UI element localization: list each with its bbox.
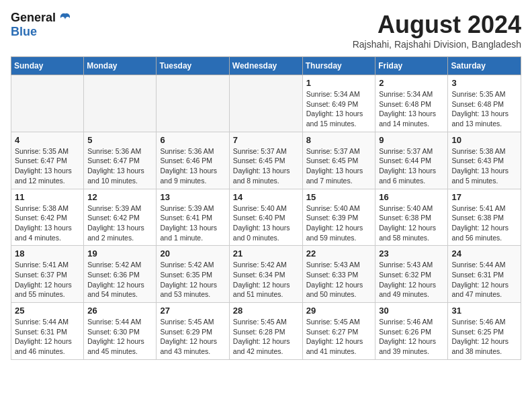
day-number: 31 (451, 306, 517, 316)
day-info: Sunrise: 5:34 AM Sunset: 6:48 PM Dayligh… (379, 89, 444, 129)
day-info: Sunrise: 5:46 AM Sunset: 6:25 PM Dayligh… (451, 317, 517, 357)
calendar-day-cell (11, 75, 84, 132)
day-info: Sunrise: 5:37 AM Sunset: 6:45 PM Dayligh… (233, 146, 299, 186)
day-number: 30 (379, 306, 444, 316)
day-info: Sunrise: 5:37 AM Sunset: 6:45 PM Dayligh… (306, 146, 372, 186)
calendar-day-cell (157, 75, 229, 132)
day-number: 7 (233, 135, 299, 145)
calendar-day-cell: 11Sunrise: 5:38 AM Sunset: 6:42 PM Dayli… (11, 189, 84, 246)
day-number: 20 (160, 248, 225, 259)
calendar-week-row: 1Sunrise: 5:34 AM Sunset: 6:49 PM Daylig… (11, 75, 521, 132)
weekday-header: Monday (84, 57, 157, 75)
calendar-day-cell (229, 75, 302, 132)
day-info: Sunrise: 5:43 AM Sunset: 6:33 PM Dayligh… (306, 260, 372, 300)
day-info: Sunrise: 5:42 AM Sunset: 6:36 PM Dayligh… (87, 260, 152, 300)
calendar-day-cell: 23Sunrise: 5:43 AM Sunset: 6:32 PM Dayli… (375, 246, 448, 303)
calendar-day-cell: 16Sunrise: 5:40 AM Sunset: 6:38 PM Dayli… (375, 189, 448, 246)
day-number: 13 (160, 192, 225, 202)
day-info: Sunrise: 5:35 AM Sunset: 6:47 PM Dayligh… (15, 146, 80, 186)
logo-general-text: General (11, 11, 56, 25)
day-info: Sunrise: 5:45 AM Sunset: 6:29 PM Dayligh… (160, 317, 225, 357)
calendar-day-cell: 6Sunrise: 5:36 AM Sunset: 6:46 PM Daylig… (157, 132, 229, 189)
day-number: 10 (451, 135, 517, 145)
day-info: Sunrise: 5:34 AM Sunset: 6:49 PM Dayligh… (306, 89, 372, 129)
calendar-day-cell: 27Sunrise: 5:45 AM Sunset: 6:29 PM Dayli… (157, 303, 229, 360)
calendar-day-cell: 18Sunrise: 5:41 AM Sunset: 6:37 PM Dayli… (11, 246, 84, 303)
day-number: 18 (15, 248, 80, 259)
day-info: Sunrise: 5:36 AM Sunset: 6:47 PM Dayligh… (87, 146, 152, 186)
page-header: General Blue August 2024 Rajshahi, Rajsh… (11, 11, 521, 50)
day-number: 17 (451, 192, 517, 202)
day-info: Sunrise: 5:40 AM Sunset: 6:39 PM Dayligh… (306, 203, 372, 243)
calendar-week-row: 25Sunrise: 5:44 AM Sunset: 6:31 PM Dayli… (11, 303, 521, 360)
calendar-day-cell: 3Sunrise: 5:35 AM Sunset: 6:48 PM Daylig… (448, 75, 521, 132)
day-info: Sunrise: 5:36 AM Sunset: 6:46 PM Dayligh… (160, 146, 225, 186)
day-info: Sunrise: 5:41 AM Sunset: 6:37 PM Dayligh… (15, 260, 80, 300)
weekday-header: Tuesday (157, 57, 229, 75)
day-info: Sunrise: 5:38 AM Sunset: 6:42 PM Dayligh… (15, 203, 80, 243)
calendar-day-cell: 15Sunrise: 5:40 AM Sunset: 6:39 PM Dayli… (302, 189, 375, 246)
logo: General Blue (11, 11, 72, 39)
calendar-day-cell: 10Sunrise: 5:38 AM Sunset: 6:43 PM Dayli… (448, 132, 521, 189)
day-number: 15 (306, 192, 372, 202)
day-number: 23 (379, 248, 444, 259)
day-number: 9 (379, 135, 444, 145)
logo-blue-text: Blue (11, 25, 37, 39)
day-info: Sunrise: 5:42 AM Sunset: 6:35 PM Dayligh… (160, 260, 225, 300)
calendar-day-cell: 20Sunrise: 5:42 AM Sunset: 6:35 PM Dayli… (157, 246, 229, 303)
day-number: 6 (160, 135, 225, 145)
day-info: Sunrise: 5:42 AM Sunset: 6:34 PM Dayligh… (233, 260, 299, 300)
calendar-table: SundayMondayTuesdayWednesdayThursdayFrid… (11, 56, 521, 360)
day-number: 29 (306, 306, 372, 316)
day-number: 12 (87, 192, 152, 202)
calendar-day-cell: 4Sunrise: 5:35 AM Sunset: 6:47 PM Daylig… (11, 132, 84, 189)
day-number: 25 (15, 306, 80, 316)
title-area: August 2024 Rajshahi, Rajshahi Division,… (353, 11, 521, 50)
location-text: Rajshahi, Rajshahi Division, Bangladesh (353, 39, 521, 50)
day-number: 4 (15, 135, 80, 145)
calendar-day-cell: 7Sunrise: 5:37 AM Sunset: 6:45 PM Daylig… (229, 132, 302, 189)
day-info: Sunrise: 5:43 AM Sunset: 6:32 PM Dayligh… (379, 260, 444, 300)
day-number: 2 (379, 78, 444, 88)
calendar-day-cell: 9Sunrise: 5:37 AM Sunset: 6:44 PM Daylig… (375, 132, 448, 189)
day-number: 11 (15, 192, 80, 202)
day-number: 22 (306, 248, 372, 259)
weekday-header-row: SundayMondayTuesdayWednesdayThursdayFrid… (11, 57, 521, 75)
day-number: 8 (306, 135, 372, 145)
calendar-day-cell: 24Sunrise: 5:44 AM Sunset: 6:31 PM Dayli… (448, 246, 521, 303)
calendar-day-cell: 29Sunrise: 5:45 AM Sunset: 6:27 PM Dayli… (302, 303, 375, 360)
calendar-day-cell: 1Sunrise: 5:34 AM Sunset: 6:49 PM Daylig… (302, 75, 375, 132)
weekday-header: Saturday (448, 57, 521, 75)
weekday-header: Sunday (11, 57, 84, 75)
calendar-day-cell: 25Sunrise: 5:44 AM Sunset: 6:31 PM Dayli… (11, 303, 84, 360)
day-info: Sunrise: 5:46 AM Sunset: 6:26 PM Dayligh… (379, 317, 444, 357)
calendar-day-cell: 21Sunrise: 5:42 AM Sunset: 6:34 PM Dayli… (229, 246, 302, 303)
calendar-day-cell: 13Sunrise: 5:39 AM Sunset: 6:41 PM Dayli… (157, 189, 229, 246)
calendar-day-cell: 12Sunrise: 5:39 AM Sunset: 6:42 PM Dayli… (84, 189, 157, 246)
calendar-week-row: 18Sunrise: 5:41 AM Sunset: 6:37 PM Dayli… (11, 246, 521, 303)
calendar-day-cell: 26Sunrise: 5:44 AM Sunset: 6:30 PM Dayli… (84, 303, 157, 360)
day-info: Sunrise: 5:37 AM Sunset: 6:44 PM Dayligh… (379, 146, 444, 186)
day-number: 1 (306, 78, 372, 88)
day-number: 14 (233, 192, 299, 202)
calendar-day-cell: 28Sunrise: 5:45 AM Sunset: 6:28 PM Dayli… (229, 303, 302, 360)
day-info: Sunrise: 5:41 AM Sunset: 6:38 PM Dayligh… (451, 203, 517, 243)
calendar-day-cell: 31Sunrise: 5:46 AM Sunset: 6:25 PM Dayli… (448, 303, 521, 360)
weekday-header: Wednesday (229, 57, 302, 75)
calendar-day-cell (84, 75, 157, 132)
day-number: 5 (87, 135, 152, 145)
calendar-day-cell: 14Sunrise: 5:40 AM Sunset: 6:40 PM Dayli… (229, 189, 302, 246)
weekday-header: Thursday (302, 57, 375, 75)
day-number: 26 (87, 306, 152, 316)
day-number: 3 (451, 78, 517, 88)
day-info: Sunrise: 5:40 AM Sunset: 6:38 PM Dayligh… (379, 203, 444, 243)
day-info: Sunrise: 5:40 AM Sunset: 6:40 PM Dayligh… (233, 203, 299, 243)
day-info: Sunrise: 5:44 AM Sunset: 6:31 PM Dayligh… (451, 260, 517, 300)
calendar-week-row: 11Sunrise: 5:38 AM Sunset: 6:42 PM Dayli… (11, 189, 521, 246)
day-info: Sunrise: 5:39 AM Sunset: 6:41 PM Dayligh… (160, 203, 225, 243)
day-number: 21 (233, 248, 299, 259)
day-info: Sunrise: 5:45 AM Sunset: 6:28 PM Dayligh… (233, 317, 299, 357)
day-info: Sunrise: 5:38 AM Sunset: 6:43 PM Dayligh… (451, 146, 517, 186)
weekday-header: Friday (375, 57, 448, 75)
month-title: August 2024 (353, 11, 521, 39)
